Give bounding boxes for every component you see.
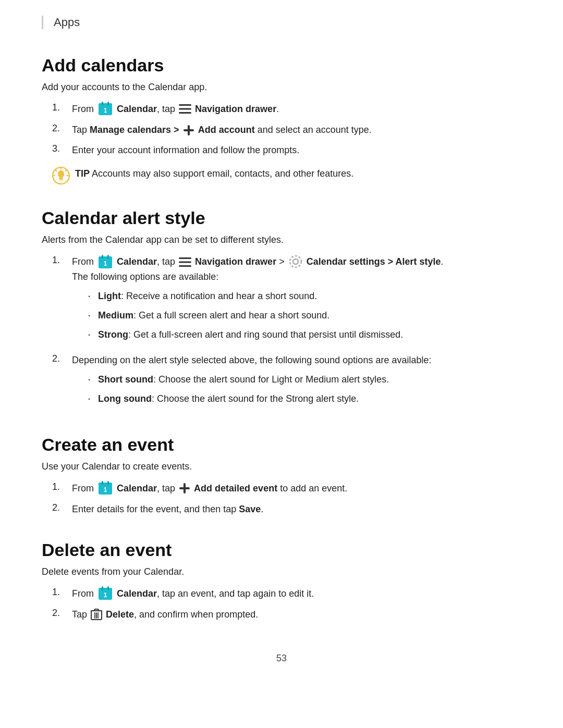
svg-point-36 — [290, 256, 301, 267]
page-footer: 53 — [42, 653, 521, 664]
plus-icon — [183, 125, 194, 136]
calendar-icon: 1 — [98, 254, 113, 269]
page-number: 53 — [276, 653, 287, 663]
list-number: 2. — [52, 502, 72, 513]
add-account-label: Add account — [198, 125, 255, 135]
navigation-drawer-icon — [179, 104, 191, 114]
list-item: 1. From 1 Calendar, tap Navigatio — [52, 255, 521, 347]
svg-line-25 — [66, 170, 67, 171]
svg-rect-10 — [102, 102, 103, 105]
calendar-label: Calendar — [117, 588, 157, 599]
svg-rect-42 — [107, 481, 109, 485]
list-item: 2. Depending on the alert style selected… — [52, 353, 521, 411]
svg-rect-49 — [102, 586, 103, 590]
list-item: 1. From 1 Calendar, tap Navigatio — [52, 102, 521, 117]
section-title-add-calendars: Add calendars — [42, 55, 521, 76]
bullet-dot: · — [88, 289, 98, 303]
delete-label: Delete — [106, 609, 134, 620]
bullet-text: Strong: Get a full-screen alert and ring… — [98, 328, 403, 342]
tip-lightbulb-icon — [52, 167, 70, 184]
svg-rect-44 — [179, 487, 190, 489]
add-calendars-list: 1. From 1 Calendar, tap Navigatio — [42, 102, 521, 157]
list-number: 2. — [52, 123, 72, 134]
list-content: Enter details for the event, and then ta… — [72, 502, 521, 516]
bullet-item: · Medium: Get a full screen alert and he… — [88, 309, 521, 323]
list-content: Depending on the alert style selected ab… — [72, 353, 521, 411]
calendar-alert-list: 1. From 1 Calendar, tap Navigatio — [42, 255, 521, 411]
bullet-text: Light: Receive a notification and hear a… — [98, 289, 317, 303]
page-header-title: Apps — [54, 16, 80, 29]
save-label: Save — [239, 504, 261, 514]
navigation-drawer-icon — [179, 257, 191, 267]
list-item: 1. From 1 Calendar, tap an event, and ta… — [52, 587, 521, 601]
list-number: 1. — [52, 587, 72, 598]
list-content: From 1 Calendar, tap Add detailed event … — [72, 482, 521, 496]
svg-rect-50 — [107, 586, 109, 590]
calendar-settings-label: Calendar settings > Alert style — [307, 256, 441, 267]
calendar-icon: 1 — [98, 480, 113, 495]
svg-rect-14 — [179, 112, 191, 114]
svg-rect-34 — [179, 265, 191, 267]
list-number: 1. — [52, 255, 72, 266]
svg-rect-41 — [102, 481, 103, 485]
bullet-text: Medium: Get a full screen alert and hear… — [98, 309, 329, 323]
tip-box: TIP Accounts may also support email, con… — [52, 167, 521, 184]
nav-drawer-label: Navigation drawer — [195, 104, 276, 114]
list-item: 1. From 1 Calendar, tap Add detailed eve… — [52, 482, 521, 496]
list-item: 2. Tap Manage calendars > Add account an… — [52, 123, 521, 137]
list-content: Tap Delete, and confirm when prompted. — [72, 608, 521, 622]
nav-drawer-label: Navigation drawer — [195, 256, 276, 267]
bullet-item: · Strong: Get a full-screen alert and ri… — [88, 328, 521, 342]
svg-line-22 — [55, 170, 56, 171]
svg-text:1: 1 — [104, 260, 107, 267]
bullet-dot: · — [88, 328, 98, 341]
svg-rect-13 — [179, 108, 191, 110]
svg-text:1: 1 — [104, 486, 107, 493]
list-item: 2. Tap Delete, and confirm when prompted… — [52, 608, 521, 622]
bullet-dot: · — [88, 392, 98, 405]
list-number: 2. — [52, 608, 72, 619]
section-add-calendars: Add calendars Add your accounts to the C… — [42, 55, 521, 184]
create-event-list: 1. From 1 Calendar, tap Add detailed eve… — [42, 482, 521, 516]
calendar-icon: 1 — [98, 101, 113, 116]
svg-rect-31 — [107, 255, 109, 258]
add-event-icon — [179, 483, 190, 494]
section-intro-delete-event: Delete events from your Calendar. — [42, 566, 521, 577]
svg-rect-16 — [183, 129, 194, 131]
svg-point-35 — [293, 259, 298, 264]
section-delete-event: Delete an event Delete events from your … — [42, 540, 521, 622]
bullet-dot: · — [88, 373, 98, 386]
svg-rect-12 — [179, 104, 191, 106]
section-intro-create-event: Use your Calendar to create events. — [42, 461, 521, 472]
sound-bullets: · Short sound: Choose the alert sound fo… — [72, 373, 521, 406]
section-create-event: Create an event Use your Calendar to cre… — [42, 435, 521, 516]
svg-rect-20 — [59, 179, 63, 180]
list-item: 2. Enter details for the event, and then… — [52, 502, 521, 516]
list-number: 1. — [52, 482, 72, 492]
calendar-label: Calendar — [117, 483, 157, 493]
svg-rect-30 — [102, 255, 103, 258]
bullet-dot: · — [88, 309, 98, 322]
gear-icon — [289, 255, 302, 268]
trash-icon — [91, 608, 102, 621]
section-intro-add-calendars: Add your accounts to the Calendar app. — [42, 82, 521, 93]
svg-rect-11 — [107, 102, 109, 105]
svg-point-18 — [58, 170, 64, 178]
list-content: From 1 Calendar, tap Navigation drawer > — [72, 255, 521, 347]
bullet-item: · Short sound: Choose the alert sound fo… — [88, 373, 521, 387]
list-number: 2. — [52, 353, 72, 364]
delete-event-list: 1. From 1 Calendar, tap an event, and ta… — [42, 587, 521, 622]
section-title-calendar-alert-style: Calendar alert style — [42, 208, 521, 228]
list-content: Tap Manage calendars > Add account and s… — [72, 123, 521, 137]
tip-text: TIP Accounts may also support email, con… — [75, 167, 353, 181]
bullet-item: · Long sound: Choose the alert sound for… — [88, 392, 521, 406]
page-header: Apps — [42, 16, 521, 29]
tip-label: TIP — [75, 168, 90, 179]
list-content: From 1 Calendar, tap an event, and tap a… — [72, 587, 521, 601]
bullet-item: · Light: Receive a notification and hear… — [88, 289, 521, 303]
section-title-delete-event: Delete an event — [42, 540, 521, 560]
manage-calendars-label: Manage calendars > — [90, 125, 182, 135]
alert-style-bullets: · Light: Receive a notification and hear… — [72, 289, 521, 342]
section-title-create-event: Create an event — [42, 435, 521, 455]
svg-text:1: 1 — [104, 591, 107, 599]
